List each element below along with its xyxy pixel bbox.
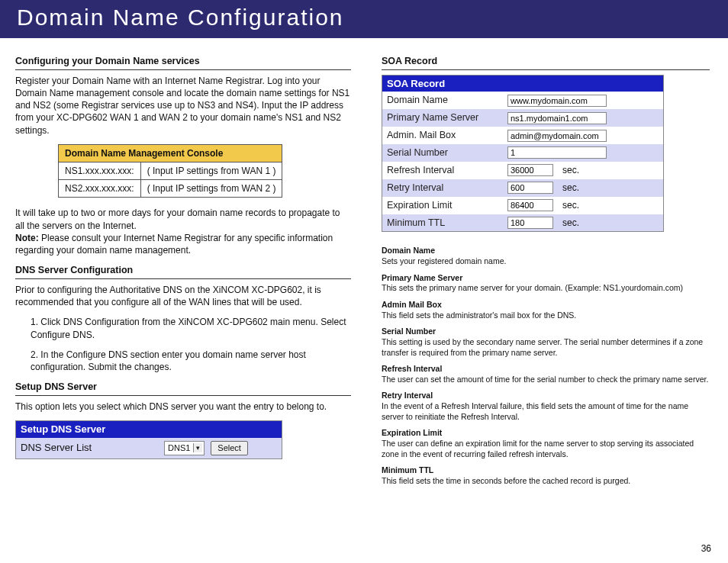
soa-row: Domain Name (382, 92, 663, 109)
unit-label: sec. (562, 164, 579, 176)
description-body: This setting is used by the secondary na… (382, 337, 710, 358)
step-2: 2. In the Configure DNS section enter yo… (31, 349, 351, 373)
soa-row: Primary Name Server (382, 109, 663, 127)
soa-record-panel: SOA Record Domain NamePrimary Name Serve… (382, 75, 664, 233)
soa-field-label: Expiration Limit (387, 199, 501, 212)
dns-server-selected: DNS1 (168, 442, 190, 454)
section-setup-dns-title: Setup DNS Server (15, 381, 351, 394)
divider (15, 395, 351, 396)
soa-row: Serial Number (382, 144, 663, 162)
unit-label: sec. (562, 182, 579, 194)
note-label: Note: (15, 233, 39, 243)
console-cell: ( Input IP settings from WAN 2 ) (140, 180, 282, 198)
soa-row: Refresh Intervalsec. (382, 162, 663, 179)
description-title: Expiration Limit (382, 428, 710, 439)
soa-row: Expiration Limitsec. (382, 197, 663, 214)
console-header: Domain Name Management Console (59, 144, 282, 162)
page-number: 36 (701, 543, 711, 554)
soa-panel-header: SOA Record (382, 76, 663, 92)
soa-field-label: Serial Number (387, 146, 501, 159)
description-title: Retry Interval (382, 391, 710, 401)
soa-field-input[interactable] (507, 199, 553, 211)
page-title: Domain Name Configuration (0, 0, 728, 38)
soa-field-input[interactable] (507, 130, 607, 142)
description-title: Minimum TTL (382, 465, 710, 476)
table-row: NS1.xxx.xxx.xxx: ( Input IP settings fro… (59, 162, 282, 180)
step-1: 1. Click DNS Configuration from the XiNC… (31, 316, 351, 340)
soa-field-input[interactable] (507, 146, 607, 159)
right-column: SOA Record SOA Record Domain NamePrimary… (382, 50, 710, 488)
soa-field-label: Retry Interval (387, 182, 501, 195)
soa-descriptions: Domain NameSets your registered domain n… (382, 246, 710, 486)
soa-field-input[interactable] (507, 217, 553, 229)
console-cell: NS1.xxx.xxx.xxx: (59, 162, 141, 180)
setup-dns-panel-header: Setup DNS Server (16, 421, 282, 438)
left-column: Configuring your Domain Name services Re… (15, 50, 351, 488)
description-title: Admin Mail Box (382, 300, 710, 310)
chevron-down-icon: ▾ (193, 443, 202, 452)
soa-field-label: Minimum TTL (387, 217, 501, 230)
console-cell: NS2.xxx.xxx.xxx: (59, 180, 141, 198)
description-title: Primary Name Server (382, 273, 710, 284)
description-body: This field sets the time in seconds befo… (382, 476, 710, 487)
divider (15, 69, 351, 70)
soa-field-input[interactable] (507, 95, 607, 107)
soa-row: Admin. Mail Box (382, 127, 663, 144)
select-button[interactable]: Select (211, 441, 248, 455)
description-body: The user can set the amount of time for … (382, 375, 710, 385)
unit-label: sec. (562, 217, 579, 229)
description-title: Domain Name (382, 246, 710, 256)
soa-row: Retry Intervalsec. (382, 179, 663, 197)
soa-field-label: Refresh Interval (387, 164, 501, 177)
divider (382, 69, 710, 70)
content-area: Configuring your Domain Name services Re… (0, 38, 728, 488)
section-configuring-title: Configuring your Domain Name services (15, 55, 351, 68)
dns-server-list-label: DNS Server List (21, 441, 158, 455)
soa-row: Minimum TTLsec. (382, 214, 663, 232)
description-body: In the event of a Refresh Interval failu… (382, 401, 710, 422)
propagation-text: It will take up to two or more days for … (15, 207, 351, 231)
soa-field-label: Admin. Mail Box (387, 129, 501, 142)
setup-dns-row: DNS Server List DNS1 ▾ Select (16, 438, 282, 458)
section-configuring-body: Register your Domain Name with an Intern… (15, 75, 351, 137)
console-table: Domain Name Management Console NS1.xxx.x… (58, 144, 282, 198)
soa-field-input[interactable] (507, 112, 607, 124)
section-setup-dns-body: This option lets you select which DNS se… (15, 401, 351, 413)
description-title: Refresh Interval (382, 364, 710, 375)
description-title: Serial Number (382, 327, 710, 337)
description-body: This field sets the administrator's mail… (382, 310, 710, 321)
note-body: Please consult your Internet Name Regist… (15, 233, 333, 256)
soa-field-label: Domain Name (387, 94, 501, 107)
description-body: The user can define an expiration limit … (382, 439, 710, 459)
section-dns-config-body: Prior to configuring the Authoritative D… (15, 284, 351, 308)
console-cell: ( Input IP settings from WAN 1 ) (140, 162, 282, 180)
soa-field-label: Primary Name Server (387, 111, 501, 124)
section-dns-config-title: DNS Server Configuration (15, 264, 351, 277)
note-text: Note: Please consult your Internet Name … (15, 232, 351, 256)
soa-field-input[interactable] (507, 164, 553, 176)
divider (15, 278, 351, 279)
dns-server-select[interactable]: DNS1 ▾ (164, 441, 205, 455)
unit-label: sec. (562, 199, 579, 211)
soa-field-input[interactable] (507, 182, 553, 194)
table-row: NS2.xxx.xxx.xxx: ( Input IP settings fro… (59, 180, 282, 198)
description-body: This sets the primary name server for yo… (382, 283, 710, 294)
setup-dns-panel: Setup DNS Server DNS Server List DNS1 ▾ … (15, 420, 282, 458)
description-body: Sets your registered domain name. (382, 256, 710, 267)
section-soa-title: SOA Record (382, 55, 710, 68)
